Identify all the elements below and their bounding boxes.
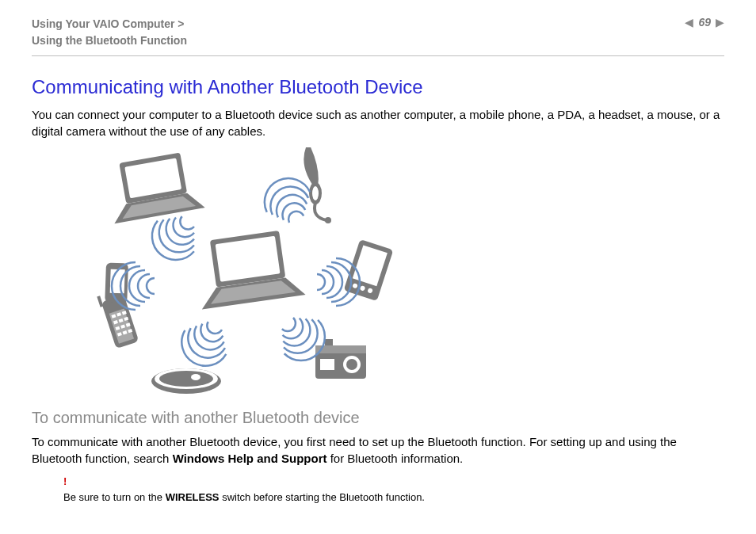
header-divider [32, 55, 724, 56]
note-post: switch before starting the Bluetooth fun… [220, 491, 425, 503]
mouse-icon [151, 368, 221, 394]
svg-rect-17 [325, 339, 333, 345]
svg-point-20 [159, 371, 213, 387]
instruction-paragraph: To communicate with another Bluetooth de… [32, 433, 724, 467]
headset-icon [304, 147, 331, 223]
breadcrumb: Using Your VAIO Computer > Using the Blu… [32, 16, 187, 49]
svg-rect-16 [320, 359, 334, 370]
note-pre: Be sure to turn on the [63, 491, 166, 503]
page-number: 69 [698, 16, 711, 29]
prev-page-arrow-icon[interactable]: ◀ [685, 16, 693, 29]
page-header: Using Your VAIO Computer > Using the Blu… [32, 16, 724, 49]
svg-point-6 [325, 217, 331, 223]
signal-waves-icon [173, 314, 235, 375]
warning-note: ! Be sure to turn on the WIRELESS switch… [63, 475, 724, 505]
subheading: To communicate with another Bluetooth de… [32, 409, 724, 427]
signal-waves-icon [257, 170, 318, 229]
breadcrumb-line2: Using the Bluetooth Function [32, 32, 187, 49]
breadcrumb-line1: Using Your VAIO Computer > [32, 17, 185, 30]
svg-point-15 [346, 359, 357, 370]
bluetooth-diagram [71, 147, 436, 401]
page-title: Communicating with Another Bluetooth Dev… [32, 76, 724, 98]
svg-rect-38 [97, 296, 103, 307]
intro-paragraph: You can connect your computer to a Bluet… [32, 106, 724, 139]
laptop-icon [105, 150, 205, 223]
para2-c: for Bluetooth information. [326, 452, 463, 465]
laptop-center-icon [193, 228, 306, 310]
note-bold: WIRELESS [166, 491, 220, 503]
page-nav: ◀ 69 ▶ [685, 16, 724, 29]
para2-bold: Windows Help and Support [173, 452, 327, 465]
svg-point-21 [191, 374, 200, 380]
svg-point-5 [312, 186, 319, 200]
next-page-arrow-icon[interactable]: ▶ [716, 16, 724, 29]
warning-icon: ! [63, 475, 724, 489]
pda-icon [344, 239, 394, 301]
